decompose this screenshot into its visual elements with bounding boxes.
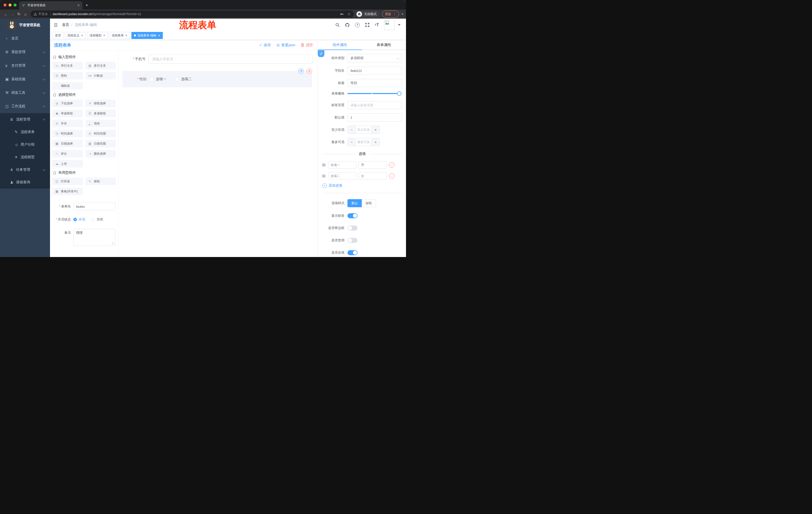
option-label-input[interactable] bbox=[328, 172, 356, 180]
gender-option-1[interactable]: 选项一 bbox=[149, 77, 166, 81]
default-value-input[interactable] bbox=[347, 113, 402, 121]
style-default-button[interactable]: 默认 bbox=[347, 199, 362, 207]
phone-input[interactable] bbox=[148, 55, 313, 64]
canvas-field-phone[interactable]: 手机号 bbox=[122, 55, 313, 64]
browser-menu-kebab-icon[interactable]: ⋮ bbox=[393, 12, 396, 16]
sidebar-item-process-model[interactable]: ✈ 流程模型 bbox=[0, 151, 50, 163]
sidebar-item-task-mgmt[interactable]: ⋔ 任务管理 bbox=[0, 163, 50, 176]
drag-handle-icon[interactable] bbox=[322, 174, 326, 178]
component-chip-select[interactable]: ◎下拉选择 bbox=[52, 100, 83, 107]
tab-component-props[interactable]: 组件属性 bbox=[318, 40, 362, 50]
sidebar-item-devtools[interactable]: ⚒ 研发工具 bbox=[0, 86, 50, 100]
breadcrumb-home[interactable]: 首页 bbox=[62, 23, 69, 27]
github-icon[interactable] bbox=[345, 23, 350, 27]
option-value-input[interactable] bbox=[358, 172, 387, 180]
help-icon[interactable]: ? bbox=[355, 23, 360, 27]
style-button-button[interactable]: 按钮 bbox=[362, 199, 376, 207]
copy-component-button[interactable] bbox=[298, 69, 304, 74]
tag-close-icon[interactable]: ✕ bbox=[103, 34, 105, 37]
clear-button[interactable]: 清空 bbox=[301, 43, 313, 48]
hamburger-collapse-icon[interactable] bbox=[54, 23, 58, 27]
option-label-input[interactable] bbox=[328, 161, 356, 169]
fullscreen-icon[interactable] bbox=[365, 23, 370, 27]
component-chip-single-text[interactable]: ▭单行文本 bbox=[52, 62, 83, 70]
address-bar[interactable]: 不安全 dashboard.yudao.iocoder.cn /bpm/mana… bbox=[31, 10, 354, 18]
component-chip-cascader[interactable]: ≡级联选择 bbox=[85, 100, 116, 107]
component-chip-radio-group[interactable]: ◉单选框组 bbox=[52, 110, 83, 117]
option-value-input[interactable] bbox=[358, 161, 387, 169]
close-window-button[interactable] bbox=[3, 3, 6, 6]
component-chip-editor[interactable]: 编辑器 bbox=[52, 82, 83, 89]
tag-close-icon[interactable]: ✕ bbox=[125, 34, 127, 37]
component-chip-password[interactable]: ⊡密码 bbox=[52, 72, 83, 79]
tag-close-icon[interactable]: ✕ bbox=[81, 34, 83, 37]
form-remark-textarea[interactable]: 嘿嘿 bbox=[74, 229, 115, 246]
avatar-caret-icon[interactable] bbox=[398, 24, 401, 26]
tag-process-definition[interactable]: 流程定义 ✕ bbox=[65, 32, 86, 39]
component-chip-time-picker[interactable]: ◷时间选择 bbox=[52, 130, 83, 137]
tag-process-form[interactable]: 流程表单 ✕ bbox=[109, 32, 130, 39]
gender-option-2[interactable]: 选项二 bbox=[175, 77, 192, 81]
component-chip-row-container[interactable]: ◫行容器 bbox=[52, 178, 83, 185]
sidebar-item-workflow[interactable]: ◫ 工作流程 bbox=[0, 100, 50, 113]
component-chip-date-picker[interactable]: ▦日期选择 bbox=[52, 140, 83, 147]
textarea-resize-handle[interactable] bbox=[112, 242, 114, 245]
disabled-toggle-off[interactable] bbox=[347, 238, 357, 243]
status-radio-off[interactable]: 关闭 bbox=[91, 216, 103, 223]
browser-update-button[interactable]: 更新 ⋮ bbox=[382, 10, 399, 18]
remove-option-button[interactable]: − bbox=[389, 162, 395, 168]
profile-caret-icon[interactable] bbox=[402, 13, 404, 15]
reload-icon[interactable]: ↻ bbox=[16, 12, 22, 16]
form-grid-slider[interactable] bbox=[347, 93, 400, 94]
component-chip-checkbox-group[interactable]: ☑多选框组 bbox=[85, 110, 116, 117]
component-chip-date-range[interactable]: ▧日期范围 bbox=[85, 140, 116, 147]
tag-process-form-edit[interactable]: 流程表单-编辑 ✕ bbox=[132, 32, 163, 39]
checkbox-unchecked-icon[interactable] bbox=[149, 77, 153, 81]
font-size-icon[interactable]: TT bbox=[375, 23, 379, 27]
tag-process-model[interactable]: 流程模型 ✕ bbox=[87, 32, 108, 39]
tab-form-props[interactable]: 表单属性 bbox=[362, 40, 406, 50]
sidebar-item-home[interactable]: ◔ 首页 bbox=[0, 32, 50, 45]
component-type-select[interactable]: 多选框组 bbox=[347, 54, 402, 62]
component-chip-time-range[interactable]: ◴时间范围 bbox=[85, 130, 116, 137]
sidebar-item-process-form[interactable]: ✎ 流程表单 bbox=[0, 126, 50, 138]
component-chip-switch[interactable]: ⊙开关 bbox=[52, 120, 83, 127]
checkbox-unchecked-icon[interactable] bbox=[175, 77, 179, 81]
title-input[interactable] bbox=[347, 79, 402, 87]
view-json-button[interactable]: ◎ 查看json bbox=[277, 43, 295, 48]
back-icon[interactable]: ← bbox=[2, 12, 9, 16]
border-toggle-off[interactable] bbox=[347, 225, 357, 231]
stepper-decrease-button[interactable]: − bbox=[348, 126, 355, 134]
remove-option-button[interactable]: − bbox=[389, 173, 395, 179]
stepper-increase-button[interactable]: + bbox=[372, 138, 379, 146]
browser-tab[interactable]: 芋道管理系统 ✕ bbox=[19, 1, 82, 9]
canvas-field-gender-selected[interactable]: 性别 选项一 选项二 bbox=[122, 71, 312, 87]
search-icon[interactable] bbox=[335, 23, 340, 27]
sidebar-item-payment[interactable]: ¥ 支付管理 bbox=[0, 59, 50, 73]
link-icon[interactable] bbox=[318, 50, 324, 57]
sidebar-item-system[interactable]: ⚙ 系统管理 bbox=[0, 45, 50, 59]
bookmark-star-icon[interactable]: ☆ bbox=[347, 12, 351, 16]
component-chip-button[interactable]: ↖按钮 bbox=[85, 178, 116, 185]
stepper-increase-button[interactable]: + bbox=[372, 126, 379, 134]
label-width-input[interactable] bbox=[347, 101, 402, 109]
component-chip-counter[interactable]: 123计数器 bbox=[85, 72, 116, 79]
form-name-input[interactable] bbox=[74, 203, 115, 210]
delete-component-button[interactable] bbox=[307, 69, 312, 74]
forward-icon[interactable]: → bbox=[9, 12, 16, 16]
avatar[interactable] bbox=[384, 20, 395, 30]
sidebar-item-user-group[interactable]: ☺ 用户分组 bbox=[0, 138, 50, 151]
password-key-icon[interactable] bbox=[340, 12, 344, 16]
stepper-decrease-button[interactable]: − bbox=[348, 138, 355, 146]
slider-handle[interactable] bbox=[397, 91, 402, 96]
min-select-placeholder[interactable]: 至少应选 bbox=[355, 126, 372, 134]
tag-home[interactable]: 首页 bbox=[53, 32, 63, 39]
component-chip-rate[interactable]: ☆评分 bbox=[52, 150, 83, 157]
drag-handle-icon[interactable] bbox=[322, 163, 326, 167]
component-chip-textarea[interactable]: ▤多行文本 bbox=[85, 62, 116, 70]
component-chip-upload[interactable]: ☁上传 bbox=[52, 160, 83, 167]
tag-close-icon[interactable]: ✕ bbox=[158, 34, 160, 37]
max-select-placeholder[interactable]: 最多可选 bbox=[355, 138, 372, 146]
component-chip-color-picker[interactable]: ◑颜色选择 bbox=[85, 150, 116, 157]
home-icon[interactable]: ⌂ bbox=[22, 12, 29, 16]
